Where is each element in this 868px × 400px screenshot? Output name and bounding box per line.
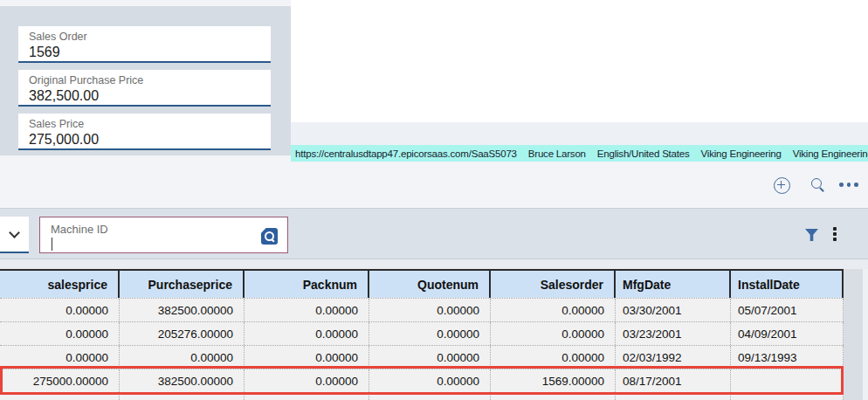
column-header-purchaseprice[interactable]: Purchaseprice xyxy=(120,271,245,298)
cell: 0.00000 xyxy=(245,369,369,392)
cell: 0.00000 xyxy=(245,322,369,345)
table-row[interactable]: 0.00000 382500.00000 0.00000 0.00000 0.0… xyxy=(0,299,844,322)
sales-price-field[interactable]: Sales Price 275,000.00 xyxy=(18,114,271,150)
session-info-bar: https://centralusdtapp47.epicorsaas.com/… xyxy=(291,145,868,162)
search-icon[interactable] xyxy=(810,177,826,193)
cell: 04/09/2001 xyxy=(731,322,844,345)
lookup-search-icon[interactable] xyxy=(261,228,278,245)
grid-body: 0.00000 382500.00000 0.00000 0.00000 0.0… xyxy=(0,298,844,400)
cell: 04/20/2001 xyxy=(616,393,731,400)
cell: 382500.00000 xyxy=(120,369,245,392)
cell: 03/23/2001 xyxy=(616,322,731,345)
cell: 03/30/2001 xyxy=(616,299,731,321)
cell: 382500.00000 xyxy=(120,299,245,321)
cell: 02/03/1992 xyxy=(616,346,731,369)
content-background xyxy=(291,0,868,122)
toolbar xyxy=(0,155,868,208)
original-purchase-price-field[interactable]: Original Purchase Price 382,500.00 xyxy=(18,70,271,107)
panel-top-strip xyxy=(0,0,291,6)
cell: 0.00000 xyxy=(0,299,120,321)
text-cursor xyxy=(52,238,52,251)
cell: 08/17/2001 xyxy=(616,369,731,392)
cell: 0.00000 xyxy=(245,346,369,369)
grid-filter-bar: Machine ID xyxy=(0,208,868,259)
cell: 0.00000 xyxy=(369,393,491,400)
session-site: Viking Engineering xyxy=(793,148,868,159)
session-user: Bruce Larson xyxy=(528,148,586,159)
cell: 0.00000 xyxy=(245,299,369,321)
field-label: Sales Price xyxy=(18,114,271,130)
overflow-menu-icon[interactable] xyxy=(839,183,858,187)
cell: 0.00000 xyxy=(491,299,616,321)
cell: 147375.00000 xyxy=(120,393,245,400)
machine-id-input[interactable]: Machine ID xyxy=(39,217,288,253)
table-row[interactable]: 0.00000 205276.00000 0.00000 0.00000 0.0… xyxy=(0,322,844,346)
field-value: 1569 xyxy=(18,43,271,60)
filter-field-dropdown[interactable] xyxy=(0,217,29,253)
cell: 05/15/2001 xyxy=(731,393,844,400)
column-header-salesprice[interactable]: salesprice xyxy=(0,271,120,298)
machine-id-label: Machine ID xyxy=(40,217,287,236)
field-value: 382,500.00 xyxy=(18,86,271,104)
session-locale: English/United States xyxy=(597,148,690,159)
epicor-app-window: Sales Order 1569 Original Purchase Price… xyxy=(0,0,868,400)
column-header-installdate[interactable]: InstallDate xyxy=(731,271,844,298)
column-header-mfgdate[interactable]: MfgDate xyxy=(616,271,731,298)
cell: 0.00000 xyxy=(0,393,120,400)
cell xyxy=(731,369,844,392)
cell: 0.00000 xyxy=(491,322,616,345)
cell: 0.00000 xyxy=(0,346,120,369)
cell: 0.00000 xyxy=(0,322,120,345)
cell: 275000.00000 xyxy=(0,369,120,392)
session-url: https://centralusdtapp47.epicorsaas.com/… xyxy=(295,148,517,159)
spacer xyxy=(0,259,868,269)
cell: 205276.00000 xyxy=(120,322,245,345)
grid-header-row: salesprice Purchaseprice Packnum Quotenu… xyxy=(0,269,844,298)
add-icon[interactable] xyxy=(774,177,790,194)
cell: 0.00000 xyxy=(369,346,491,369)
field-value: 275,000.00 xyxy=(18,130,271,148)
cell: 09/13/1993 xyxy=(731,346,844,369)
table-row[interactable]: 0.00000 147375.00000 0.00000 0.00000 0.0… xyxy=(0,393,844,400)
table-row[interactable]: 0.00000 0.00000 0.00000 0.00000 0.00000 … xyxy=(0,346,844,369)
table-row-highlighted[interactable]: 275000.00000 382500.00000 0.00000 0.0000… xyxy=(0,369,844,393)
field-label: Original Purchase Price xyxy=(18,70,271,86)
column-header-packnum[interactable]: Packnum xyxy=(245,271,369,298)
column-header-quotenum[interactable]: Quotenum xyxy=(369,271,491,298)
filter-icon[interactable] xyxy=(805,229,818,241)
grid-right-gutter xyxy=(844,269,868,400)
cell: 0.00000 xyxy=(369,369,491,392)
cell: 05/07/2001 xyxy=(731,299,844,321)
column-header-salesorder[interactable]: Salesorder xyxy=(491,271,616,298)
cell: 0.00000 xyxy=(120,346,245,369)
cell: 0.00000 xyxy=(245,393,369,400)
scrollbar-track[interactable] xyxy=(863,269,868,400)
cell: 0.00000 xyxy=(369,322,491,345)
grid-menu-icon[interactable] xyxy=(833,227,837,241)
session-company: Viking Engineering xyxy=(701,148,782,159)
results-grid: salesprice Purchaseprice Packnum Quotenu… xyxy=(0,269,844,400)
cell: 0.00000 xyxy=(491,393,616,400)
sales-order-field[interactable]: Sales Order 1569 xyxy=(18,26,271,63)
chevron-down-icon xyxy=(9,227,20,238)
field-label: Sales Order xyxy=(18,26,271,43)
detail-panel: Sales Order 1569 Original Purchase Price… xyxy=(0,0,291,155)
cell: 1569.00000 xyxy=(491,369,616,392)
cell: 0.00000 xyxy=(369,299,491,321)
cell: 0.00000 xyxy=(491,346,616,369)
window-titlebar xyxy=(291,122,868,145)
